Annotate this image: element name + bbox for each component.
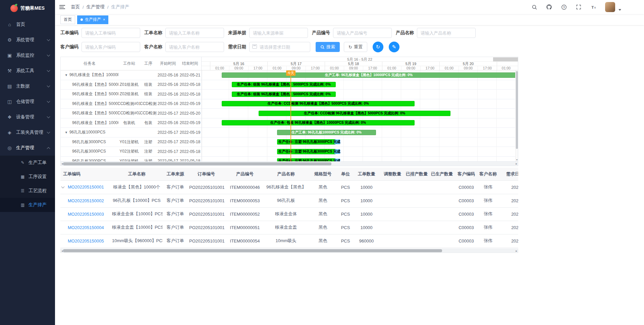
timescale-days: 5月 165月 175月 185月 195月 20 bbox=[202, 62, 518, 66]
master-data-icon: ▤ bbox=[7, 84, 12, 89]
chevron-down-icon[interactable] bbox=[619, 9, 621, 11]
open-tabs-bar: 首页生产排产× bbox=[55, 14, 644, 25]
sidebar-item-4[interactable]: ▤主数据 bbox=[0, 78, 55, 94]
orders-header-13: 客户名称 bbox=[478, 168, 498, 180]
orders-header-4: 产品编号 bbox=[225, 168, 265, 180]
gantt-grid-row-3[interactable]: 96孔移液盒【黑色】5000PCSCCD检测#01CCD检测2022-05-16… bbox=[61, 99, 201, 109]
filter-input-3[interactable] bbox=[333, 28, 392, 38]
orders-header-2: 工单来源 bbox=[163, 168, 188, 180]
sidebar-item-1[interactable]: ⚙系统管理 bbox=[0, 32, 55, 48]
gantt-bar-2[interactable]: 生产任务: 组装 96孔移液盒【黑色】5000PCS 完成比例: 0% bbox=[232, 92, 336, 97]
sidebar-subitem-3[interactable]: ▥生产排产 bbox=[0, 198, 55, 212]
filter-input-7[interactable] bbox=[249, 42, 310, 52]
expand-triangle-icon[interactable]: ▼ bbox=[65, 131, 68, 134]
order-row-2[interactable]: MO202205150003移液盒盒体【10000】PCS客户订单PO20220… bbox=[60, 207, 518, 221]
filter-input-4[interactable] bbox=[417, 28, 476, 38]
orders-header-6: 规格型号 bbox=[307, 168, 339, 180]
orders-hscroll-right-arrow[interactable]: ▸ bbox=[516, 249, 517, 253]
gantt-timeline-row-8: 生产任务: 注塑 96孔孔板3000PCS 完成 bbox=[202, 147, 515, 157]
orders-header-5: 产品名称 bbox=[265, 168, 307, 180]
breadcrumb-item-1[interactable]: 生产管理 bbox=[87, 4, 105, 10]
order-row-3[interactable]: MO202205150004移液盒盒盖【10000】PCS客户订单PO20220… bbox=[60, 221, 518, 234]
gantt-hscroll-right-arrow[interactable]: ▸ bbox=[516, 162, 517, 165]
orders-header-3: 订单编号 bbox=[188, 168, 225, 180]
filter-label: 来源单据 bbox=[228, 30, 246, 36]
svg-text:T: T bbox=[594, 6, 596, 9]
sidebar-item-7[interactable]: ◈工装夹具管理 bbox=[0, 125, 55, 140]
gantt-bar-4[interactable]: 生产任务: CCD检测 96孔移液盒【黑色】5000PCS 完成比例: 0% bbox=[259, 111, 450, 116]
avatar[interactable] bbox=[605, 2, 615, 12]
filter-input-1[interactable] bbox=[165, 28, 224, 38]
gantt-bar-3[interactable]: 生产任务: CCD检测 96孔移液盒【黑色】5000PCS 完成比例: 0% bbox=[222, 101, 415, 106]
gantt-grid-row-9[interactable]: 96孔孔板3000PCSY03注塑机注塑2022-05-172022-05-18 bbox=[61, 157, 201, 162]
order-row-4[interactable]: MO20220515000510mm吸头【960000】PCS客户订单PO202… bbox=[60, 234, 518, 248]
gantt-timescale: 5月 16 - 5月 22 5月 165月 175月 185月 195月 20 … bbox=[202, 57, 518, 70]
tab-1[interactable]: 生产排产× bbox=[77, 15, 108, 24]
filter-input-0[interactable] bbox=[82, 28, 140, 38]
help-icon[interactable]: ? bbox=[561, 4, 567, 10]
breadcrumb-item-0[interactable]: 首页 bbox=[71, 4, 80, 10]
sidebar-item-0[interactable]: ⌂首页 bbox=[0, 17, 55, 32]
gantt-grid-row-5[interactable]: 96孔移液盒【黑色】10000PCS包装机包装2022-05-162022-05… bbox=[61, 118, 201, 128]
filter-label: 需求日期 bbox=[228, 44, 246, 50]
expand-triangle-icon[interactable]: ▼ bbox=[65, 73, 68, 77]
hamburger-icon[interactable] bbox=[59, 4, 65, 10]
gantt-grid-row-4[interactable]: 96孔移液盒【黑色】5000PCSCCD检测#02CCD检测2022-05-17… bbox=[61, 109, 201, 118]
tab-close-icon[interactable]: × bbox=[103, 18, 105, 21]
row-expand-icon[interactable] bbox=[61, 185, 65, 188]
gantt-hscroll-thumb[interactable] bbox=[63, 162, 331, 165]
search-button[interactable]: 搜索 bbox=[316, 42, 340, 52]
sidebar-item-6[interactable]: ❖设备管理 bbox=[0, 109, 55, 125]
gantt-vscroll-down-arrow[interactable]: ▾ bbox=[516, 159, 518, 161]
order-row-0[interactable]: MO202205150001移液盒【黑色】10000个客户订单PO2022051… bbox=[60, 180, 518, 194]
app-logo[interactable]: 苦糖果MES bbox=[0, 0, 55, 17]
tab-0[interactable]: 首页 bbox=[60, 15, 75, 24]
filter-input-2[interactable] bbox=[249, 28, 308, 38]
gantt-bar-9[interactable]: 生产任务: 注塑 96孔孔板3000PCS 完成 bbox=[277, 158, 336, 161]
search-icon[interactable] bbox=[531, 4, 537, 10]
sidebar-subitem-2[interactable]: ☰工艺流程 bbox=[0, 184, 55, 198]
gantt-grid-header-0: 任务名 bbox=[61, 57, 118, 70]
sidebar-item-8[interactable]: ◎生产管理 bbox=[0, 140, 55, 156]
orders-hscroll-left-arrow[interactable]: ◂ bbox=[61, 249, 63, 253]
gantt-bar-7[interactable]: 生产任务: 注塑 96孔孔板3000PCS 完成 bbox=[277, 139, 336, 145]
order-link[interactable]: MO202205150004 bbox=[68, 225, 104, 230]
gantt-bar-8[interactable]: 生产任务: 注塑 96孔孔板3000PCS 完成 bbox=[277, 149, 336, 154]
gantt-timeline-rows: 生产工单: 96孔移液盒【黑色】10000PCS 完成比例: 0%生产任务: 组… bbox=[202, 70, 515, 161]
home-icon: ⌂ bbox=[7, 22, 12, 27]
sidebar-item-2[interactable]: ▣系统监控 bbox=[0, 48, 55, 63]
gantt-grid-row-2[interactable]: 96孔移液盒【黑色】5000PCSZ02组装机组装2022-05-162022-… bbox=[61, 90, 201, 99]
gantt-bar-6[interactable]: 生产工单: 96孔孔板10000PCS 完成比例: 0% bbox=[277, 130, 376, 135]
orders-header-10: 已排产数量 bbox=[404, 168, 429, 180]
fullscreen-icon[interactable] bbox=[576, 4, 582, 10]
order-link[interactable]: MO202205150002 bbox=[68, 198, 104, 203]
filter-input-6[interactable] bbox=[165, 42, 224, 52]
sidebar-item-3[interactable]: ⚒系统工具 bbox=[0, 63, 55, 78]
gantt-grid-row-7[interactable]: 96孔孔板3000PCSY01注塑机注塑2022-05-172022-05-18 bbox=[61, 138, 201, 147]
order-row-1[interactable]: MO20220515000296孔孔板【10000】PCS客户订单PO20220… bbox=[60, 194, 518, 207]
filter-input-5[interactable] bbox=[82, 42, 140, 52]
sidebar-item-5[interactable]: ◫仓储管理 bbox=[0, 94, 55, 109]
gantt-bar-5[interactable]: 生产任务: 包装 96孔移液盒【黑色】10000PCS 完成比例: 0% bbox=[222, 120, 415, 125]
font-size-icon[interactable]: TT bbox=[590, 4, 596, 10]
github-icon[interactable] bbox=[546, 4, 552, 10]
order-link[interactable]: MO202205150001 bbox=[68, 184, 104, 189]
refresh-button[interactable]: ↻ bbox=[373, 42, 383, 52]
orders-hscroll-thumb[interactable] bbox=[63, 249, 442, 252]
gantt-hscroll-left-arrow[interactable]: ◂ bbox=[61, 162, 63, 165]
order-link[interactable]: MO202205150005 bbox=[68, 238, 104, 243]
gantt-timeline-row-1: 生产任务: 组装 96孔移液盒【黑色】5000PCS 完成比例: 0% bbox=[202, 80, 515, 90]
sidebar-subitem-0[interactable]: ✎生产工单 bbox=[0, 156, 55, 170]
edit-button[interactable]: ✎ bbox=[389, 42, 399, 52]
order-link[interactable]: MO202205150003 bbox=[68, 212, 104, 217]
gantt-grid-row-8[interactable]: 96孔孔板3000PCSY02注塑机注塑2022-05-172022-05-18 bbox=[61, 147, 201, 157]
reset-button[interactable]: ↻ 重置 bbox=[344, 42, 367, 52]
gantt-grid-row-6[interactable]: ▼96孔孔板10000PCS2022-05-172022-05-19 bbox=[61, 128, 201, 138]
sidebar-subitem-1[interactable]: ▦工序设置 bbox=[0, 170, 55, 184]
gantt-vscroll-thumb[interactable] bbox=[516, 71, 518, 149]
warehouse-icon: ◫ bbox=[7, 99, 12, 104]
gantt-bar-0[interactable]: 生产工单: 96孔移液盒【黑色】10000PCS 完成比例: 0% bbox=[222, 72, 515, 78]
gantt-bar-1[interactable]: 生产任务: 组装 96孔移液盒【黑色】5000PCS 完成比例: 0% bbox=[232, 82, 336, 87]
gantt-grid-row-0[interactable]: ▼96孔移液盒【黑色】10000PCS2022-05-162022-05-21 bbox=[61, 70, 201, 80]
gantt-grid-row-1[interactable]: 96孔移液盒【黑色】5000PCSZ01组装机组装2022-05-162022-… bbox=[61, 80, 201, 90]
